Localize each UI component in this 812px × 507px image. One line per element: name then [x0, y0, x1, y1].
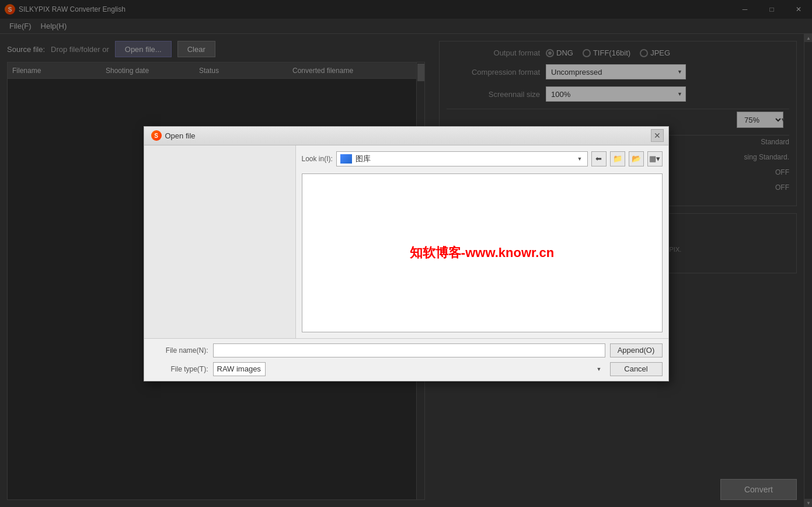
toolbar-up-button[interactable]: 📁 — [610, 151, 625, 166]
filename-input[interactable] — [213, 343, 605, 357]
lookin-folder-icon — [340, 154, 352, 164]
filetype-label: File type(T): — [150, 365, 208, 373]
dialog-sidebar — [144, 145, 296, 338]
filetype-select[interactable]: RAW images — [213, 362, 266, 376]
filetype-select-wrapper: RAW images — [213, 362, 605, 376]
lookin-select[interactable]: 图库 ▼ — [336, 151, 588, 166]
dialog-footer: File name(N): Append(O) File type(T): RA… — [144, 338, 668, 381]
dialog-body: Look in(I): 图库 ▼ ⬅ 📁 📂 ▦▾ 知软博客-www.knowr… — [144, 145, 668, 338]
dialog-titlebar: S Open file ✕ — [144, 127, 668, 145]
open-file-dialog: S Open file ✕ Look in(I): 图库 ▼ ⬅ — [144, 126, 669, 381]
cancel-button[interactable]: Cancel — [610, 362, 663, 376]
lookin-value: 图库 — [356, 154, 371, 164]
toolbar-back-button[interactable]: ⬅ — [591, 151, 607, 166]
dialog-title: Open file — [165, 131, 196, 140]
modal-overlay: S Open file ✕ Look in(I): 图库 ▼ ⬅ — [0, 0, 812, 507]
watermark-text: 知软博客-www.knowr.cn — [410, 244, 554, 262]
lookin-dropdown-icon: ▼ — [577, 156, 583, 162]
dialog-app-icon: S — [151, 130, 162, 141]
toolbar-newfolder-button[interactable]: 📂 — [629, 151, 644, 166]
filename-label: File name(N): — [150, 346, 208, 355]
toolbar-views-button[interactable]: ▦▾ — [647, 151, 663, 166]
dialog-main: Look in(I): 图库 ▼ ⬅ 📁 📂 ▦▾ 知软博客-www.knowr… — [296, 145, 668, 338]
dialog-file-area[interactable]: 知软博客-www.knowr.cn — [302, 173, 663, 332]
lookin-label: Look in(I): — [302, 155, 333, 163]
filename-row: File name(N): Append(O) — [150, 343, 663, 357]
dialog-toolbar: Look in(I): 图库 ▼ ⬅ 📁 📂 ▦▾ — [302, 151, 663, 166]
filetype-row: File type(T): RAW images Cancel — [150, 362, 663, 376]
append-button[interactable]: Append(O) — [610, 343, 663, 357]
dialog-close-button[interactable]: ✕ — [651, 129, 664, 142]
